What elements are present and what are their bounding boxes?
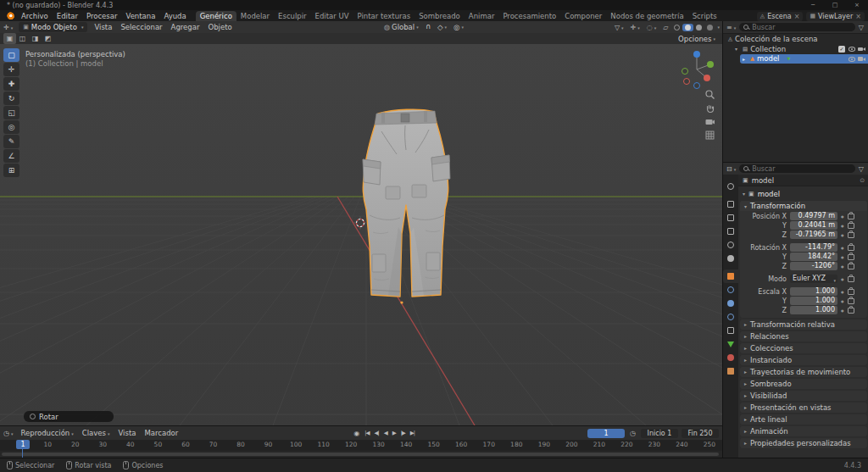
frame-tick-70[interactable]: 70 bbox=[209, 441, 218, 448]
unlink-scene-icon[interactable]: × bbox=[794, 13, 800, 20]
frame-tick-140[interactable]: 140 bbox=[400, 441, 412, 448]
keyframe-dot-icon[interactable]: ● bbox=[841, 246, 844, 250]
lock-icon[interactable] bbox=[848, 276, 854, 282]
section-sombreado[interactable]: ▸Sombreado bbox=[740, 379, 867, 390]
workspace-tab-scripts[interactable]: Scripts bbox=[688, 11, 721, 21]
zoom-icon[interactable] bbox=[704, 88, 716, 101]
section-visibilidad[interactable]: ▸Visibilidad bbox=[740, 391, 867, 402]
pan-hand-icon[interactable] bbox=[704, 102, 716, 114]
editor-type-outliner-icon[interactable]: ≡▾ bbox=[723, 24, 739, 31]
tool-measure[interactable]: ∠ bbox=[3, 149, 19, 163]
select-mode-extend-icon[interactable]: ◫ bbox=[16, 33, 29, 44]
visibility-filter-icon[interactable]: ▽▾ bbox=[611, 24, 627, 31]
menu-procesar[interactable]: Procesar bbox=[82, 10, 122, 22]
transform-field-rot-mode[interactable]: Euler XYZ▾ bbox=[790, 275, 837, 283]
collapse-arrow-icon[interactable]: ▾ bbox=[735, 46, 740, 52]
section-presentaci-n-en-vistas[interactable]: ▸Presentación en vistas bbox=[740, 403, 867, 414]
keyframe-dot-icon[interactable]: ● bbox=[841, 255, 844, 259]
play-reverse-button[interactable]: ◀ bbox=[381, 430, 390, 436]
tool-rotate[interactable]: ↻ bbox=[3, 92, 19, 105]
keyframe-dot-icon[interactable]: ● bbox=[841, 299, 844, 303]
properties-tab-physics[interactable] bbox=[723, 310, 738, 324]
properties-tab-texture[interactable] bbox=[723, 364, 738, 378]
frame-tick-10[interactable]: 10 bbox=[43, 441, 52, 448]
frame-tick-20[interactable]: 20 bbox=[71, 441, 80, 448]
keyframe-dot-icon[interactable]: ● bbox=[841, 233, 844, 237]
timeline-scrollbar[interactable] bbox=[2, 453, 719, 456]
viewport-menu-objeto[interactable]: Objeto bbox=[203, 21, 236, 33]
select-mode-subtract-icon[interactable]: ◨ bbox=[29, 33, 42, 44]
section-arte-lineal[interactable]: ▸Arte lineal bbox=[740, 414, 867, 425]
frame-tick-230[interactable]: 230 bbox=[648, 441, 660, 448]
lock-icon[interactable] bbox=[848, 308, 854, 314]
properties-search-input[interactable] bbox=[752, 165, 851, 173]
frame-tick-40[interactable]: 40 bbox=[126, 441, 135, 448]
tool-scale[interactable]: ◱ bbox=[3, 106, 19, 119]
select-mode-new-icon[interactable]: ▣ bbox=[3, 33, 16, 44]
workspace-tab-modelar[interactable]: Modelar bbox=[236, 11, 274, 21]
frame-tick-60[interactable]: 60 bbox=[181, 441, 190, 448]
navigation-gizmo[interactable] bbox=[673, 46, 721, 93]
properties-tab-object[interactable] bbox=[723, 269, 738, 283]
collection-checkbox[interactable]: ✓ bbox=[838, 46, 845, 53]
timeline-menu-claves[interactable]: Claves▾ bbox=[78, 427, 114, 440]
frame-tick-150[interactable]: 150 bbox=[428, 441, 440, 448]
workspace-tab-esculpir[interactable]: Esculpir bbox=[274, 11, 310, 21]
timeline-menu-reproducci-n[interactable]: Reproducción▾ bbox=[17, 427, 78, 440]
transform-field-scale-z[interactable]: 1.000 bbox=[790, 306, 837, 314]
transform-panel-header[interactable]: ▾ Transformación bbox=[740, 201, 867, 211]
frame-tick-130[interactable]: 130 bbox=[372, 441, 384, 448]
maximize-button[interactable]: □ bbox=[824, 0, 846, 10]
transform-field-pos-y[interactable]: 0.24041 m bbox=[790, 221, 837, 230]
section-trayectorias-de-movimiento[interactable]: ▸Trayectorias de movimiento bbox=[740, 367, 867, 378]
frame-tick-190[interactable]: 190 bbox=[538, 441, 550, 448]
frame-tick-180[interactable]: 180 bbox=[510, 441, 522, 448]
tool-annotate[interactable]: ✎ bbox=[3, 135, 19, 148]
viewport-menu-agregar[interactable]: Agregar bbox=[167, 21, 204, 33]
scene-selector[interactable]: ◬ Escena × bbox=[757, 12, 804, 21]
frame-tick-80[interactable]: 80 bbox=[236, 441, 245, 448]
snap-settings-dropdown[interactable]: ◇▾ bbox=[434, 23, 450, 31]
properties-tab-material[interactable] bbox=[723, 351, 738, 364]
workspace-tab-pintar-texturas[interactable]: Pintar texturas bbox=[353, 11, 415, 21]
lock-icon[interactable] bbox=[848, 245, 854, 251]
keyframe-dot-icon[interactable]: ● bbox=[841, 224, 844, 228]
model-pants[interactable] bbox=[353, 105, 461, 308]
properties-tab-particles[interactable] bbox=[723, 297, 738, 310]
outliner-row-scene-collection[interactable]: ◬ Colección de la escena bbox=[723, 35, 868, 44]
previous-keyframe-button[interactable]: ◀| bbox=[371, 430, 381, 436]
tool-cursor[interactable]: ✛ bbox=[3, 63, 19, 76]
menu-editar[interactable]: Editar bbox=[53, 10, 82, 22]
disable-render-icon[interactable] bbox=[858, 46, 866, 52]
editor-type-properties-icon[interactable]: ⊟▾ bbox=[723, 165, 739, 173]
transform-field-scale-x[interactable]: 1.000 bbox=[790, 287, 837, 296]
frame-tick-220[interactable]: 220 bbox=[620, 441, 632, 448]
workspace-tab-animar[interactable]: Animar bbox=[465, 11, 499, 21]
snap-magnet-icon[interactable]: ∪ bbox=[422, 23, 434, 31]
options-dropdown[interactable]: Opciones ▾ bbox=[675, 35, 719, 43]
disable-render-icon[interactable] bbox=[858, 56, 866, 62]
transform-field-rot-z[interactable]: -1206° bbox=[790, 262, 837, 270]
tool-select-box[interactable]: ▢ bbox=[3, 48, 19, 62]
viewlayer-selector[interactable]: ▦ ViewLayer × bbox=[806, 12, 865, 21]
transform-field-pos-x[interactable]: 0.49797 m bbox=[790, 212, 837, 220]
mode-selector[interactable]: ▣ Modo Objeto ▾ bbox=[19, 22, 87, 32]
lock-icon[interactable] bbox=[848, 214, 854, 219]
menu-ventana[interactable]: Ventana bbox=[121, 10, 159, 22]
keyframe-dot-icon[interactable]: ● bbox=[841, 308, 844, 313]
tool-move[interactable]: ✚ bbox=[3, 77, 19, 91]
xray-toggle-icon[interactable]: ▱ bbox=[659, 24, 671, 31]
workspace-tab-editar-uv[interactable]: Editar UV bbox=[311, 11, 353, 21]
frame-tick-100[interactable]: 100 bbox=[290, 441, 302, 448]
frame-tick-250[interactable]: 250 bbox=[704, 441, 715, 448]
properties-tab-tool[interactable] bbox=[723, 180, 738, 193]
jump-to-end-button[interactable]: ▶| bbox=[408, 430, 417, 436]
outliner-search-input[interactable] bbox=[752, 24, 851, 31]
frame-tick-120[interactable]: 120 bbox=[345, 441, 357, 448]
timeline-menu-vista[interactable]: Vista bbox=[114, 427, 140, 439]
workspace-tab-nodos-de-geometr-a[interactable]: Nodos de geometría bbox=[606, 11, 687, 21]
shading-wireframe-button[interactable] bbox=[671, 24, 682, 31]
properties-tab-scene[interactable] bbox=[723, 238, 738, 252]
auto-keying-button[interactable]: ◉ bbox=[351, 430, 362, 437]
properties-search[interactable] bbox=[739, 164, 855, 173]
